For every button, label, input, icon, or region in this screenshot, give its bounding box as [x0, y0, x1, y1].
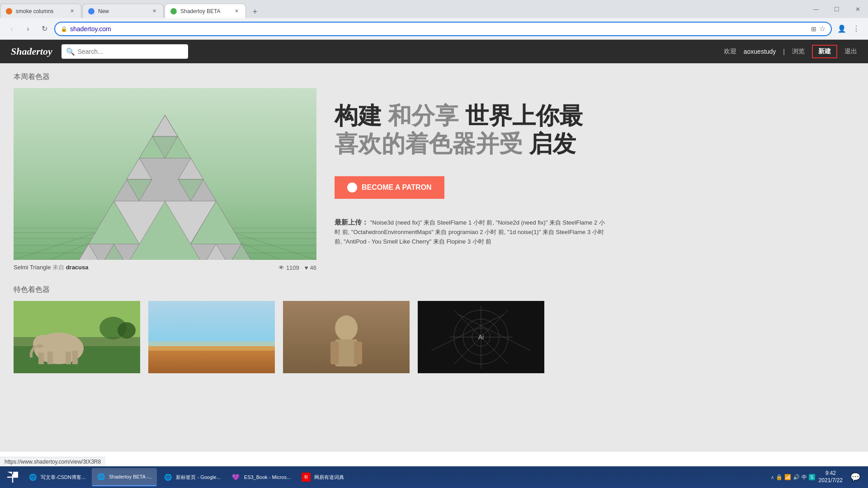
svg-text:Ai: Ai — [478, 333, 484, 341]
minimize-button[interactable]: — — [806, 0, 826, 18]
shader-card-3[interactable] — [283, 301, 410, 373]
notification-button[interactable]: 💬 — [846, 468, 864, 486]
shader-info: Selmi Triangle 来自 dracusa 👁 1109 ♥ 4 — [14, 263, 316, 272]
hero-text: 构建 和分享 世界上你最 喜欢的着色器并受 启发 BECOME A PATRON… — [335, 88, 854, 272]
site-navigation: 欢迎 aoxuestudy | 浏览 新建 退出 — [724, 45, 857, 58]
patron-label: BECOME A PATRON — [362, 183, 432, 192]
forward-button[interactable]: › — [22, 23, 34, 35]
taskbar-app-blog[interactable]: 🌐 写文章-CSDN博客... — [24, 468, 90, 486]
logout-button[interactable]: 退出 — [844, 47, 857, 56]
start-button[interactable] — [4, 468, 22, 486]
shader-author[interactable]: dracusa — [66, 264, 89, 271]
browser-tab-2[interactable]: New ✕ — [82, 4, 164, 18]
welcome-label: 欢迎 — [724, 47, 736, 56]
tab-close-2[interactable]: ✕ — [151, 8, 158, 15]
tray-ime-icon[interactable]: 中 — [802, 474, 807, 481]
taskbar-app-newtab[interactable]: 🌐 新标签页 - Google... — [159, 468, 225, 486]
menu-button[interactable]: ⋮ — [850, 23, 863, 35]
site-header: Shadertoy 🔍 欢迎 aoxuestudy | 浏览 新建 退出 — [0, 40, 868, 63]
svg-rect-46 — [66, 352, 71, 364]
shader-name-author: Selmi Triangle 来自 dracusa — [14, 263, 89, 272]
status-bar: https://www.shadertoy.com/view/3tX3R8 — [0, 457, 105, 466]
shader-card-2[interactable] — [148, 301, 275, 373]
heart-icon: ♥ — [305, 264, 308, 271]
shader-grid: Warning — [14, 301, 854, 373]
taskbar-app-icon-blog: 🌐 — [28, 473, 37, 482]
shader-card-1[interactable]: Warning — [14, 301, 140, 373]
latest-title: 最新上传： — [335, 218, 368, 226]
svg-point-54 — [335, 315, 358, 341]
svg-point-49 — [36, 344, 43, 348]
profile-button[interactable]: 👤 — [835, 23, 848, 35]
nav-separator: | — [783, 48, 785, 55]
taskbar-app-label-dict: 网易有道词典 — [314, 474, 344, 481]
view-number: 1109 — [286, 264, 299, 271]
svg-rect-57 — [354, 342, 362, 364]
eye-icon: 👁 — [278, 264, 284, 271]
clock-time: 9:42 — [819, 470, 843, 477]
new-tab-button[interactable]: + — [249, 5, 261, 18]
address-bar[interactable]: 🔒 ⊞ ☆ — [54, 22, 832, 36]
taskbar-app-shadertoy[interactable]: 🌐 Shadertoy BETA -... — [92, 468, 157, 486]
tray-expand[interactable]: ∧ — [771, 475, 774, 480]
site-logo[interactable]: Shadertoy — [11, 46, 52, 57]
lock-icon: 🔒 — [61, 26, 67, 32]
tray-network-icon[interactable]: 📶 — [784, 474, 791, 480]
svg-rect-50 — [148, 301, 275, 346]
tab-favicon-3 — [170, 8, 177, 14]
tray-volume-icon[interactable]: 🔊 — [793, 474, 800, 480]
taskbar-app-label-vs: ES3_Book - Micros... — [244, 474, 291, 480]
week-shader-title: 本周着色器 — [14, 72, 854, 82]
tab-title-1: smoke columns — [16, 8, 65, 14]
new-shader-button[interactable]: 新建 — [812, 45, 837, 58]
hero-title: 构建 和分享 世界上你最 喜欢的着色器并受 启发 — [335, 102, 854, 158]
windows-icon — [7, 472, 18, 483]
window-controls: — ☐ ✕ — [806, 0, 868, 18]
tab-favicon-1 — [6, 8, 12, 14]
username-label[interactable]: aoxuestudy — [744, 48, 776, 55]
reload-button[interactable]: ↻ — [38, 23, 51, 35]
patron-button[interactable]: BECOME A PATRON — [335, 176, 444, 199]
tray-security-icon[interactable]: 🔒 — [776, 474, 783, 480]
hero-word-3: 世界上你最 — [465, 103, 583, 129]
search-input[interactable] — [78, 48, 184, 55]
taskbar-app-vs[interactable]: 💜 ES3_Book - Micros... — [227, 468, 295, 486]
hero-word-4: 喜欢的着色器并受 — [335, 131, 523, 157]
taskbar-app-icon-shadertoy: 🌐 — [96, 472, 105, 481]
taskbar-app-dict[interactable]: 有 网易有道词典 — [297, 468, 349, 486]
tray-sougou-icon[interactable]: S — [809, 474, 815, 480]
taskbar-app-icon-dict: 有 — [302, 473, 311, 482]
close-button[interactable]: ✕ — [847, 0, 868, 18]
hero-word-1: 构建 — [335, 103, 382, 129]
tab-close-1[interactable]: ✕ — [68, 8, 75, 15]
taskbar-app-icon-newtab: 🌐 — [163, 473, 172, 482]
svg-rect-45 — [47, 352, 53, 364]
taskbar-clock[interactable]: 9:42 2021/7/22 — [819, 470, 843, 484]
tab-favicon-2 — [88, 8, 94, 14]
shader-preview[interactable] — [14, 88, 316, 260]
taskbar-right: ∧ 🔒 📶 🔊 中 S 9:42 2021/7/22 💬 — [771, 468, 864, 486]
search-bar[interactable]: 🔍 — [61, 44, 188, 59]
tab-close-3[interactable]: ✕ — [233, 8, 240, 15]
patron-icon — [347, 183, 357, 192]
taskbar-app-icon-vs: 💜 — [231, 473, 241, 482]
taskbar: 🌐 写文章-CSDN博客... 🌐 Shadertoy BETA -... 🌐 … — [0, 466, 868, 488]
clock-date: 2021/7/22 — [819, 477, 843, 484]
browser-controls: ‹ › ↻ 🔒 ⊞ ☆ 👤 ⋮ — [0, 18, 868, 40]
address-input[interactable] — [70, 25, 808, 33]
like-number: 46 — [310, 264, 316, 271]
from-label: 来自 — [52, 264, 64, 271]
back-button[interactable]: ‹ — [5, 23, 18, 35]
svg-point-48 — [33, 335, 53, 353]
taskbar-app-label-shadertoy: Shadertoy BETA -... — [109, 474, 152, 479]
svg-point-42 — [118, 322, 136, 338]
search-icon: 🔍 — [66, 47, 75, 56]
latest-content: "Noise3d (need fix)" 来自 SteelFlame 1 小时 … — [335, 219, 605, 245]
shader-card-4[interactable]: Ai — [418, 301, 544, 373]
browser-tab-1[interactable]: smoke columns ✕ — [0, 4, 81, 18]
like-count: ♥ 46 — [305, 264, 316, 271]
browse-button[interactable]: 浏览 — [792, 47, 805, 56]
browser-actions: 👤 ⋮ — [835, 23, 863, 35]
browser-tab-3[interactable]: Shadertoy BETA ✕ — [165, 4, 246, 18]
maximize-button[interactable]: ☐ — [826, 0, 847, 18]
